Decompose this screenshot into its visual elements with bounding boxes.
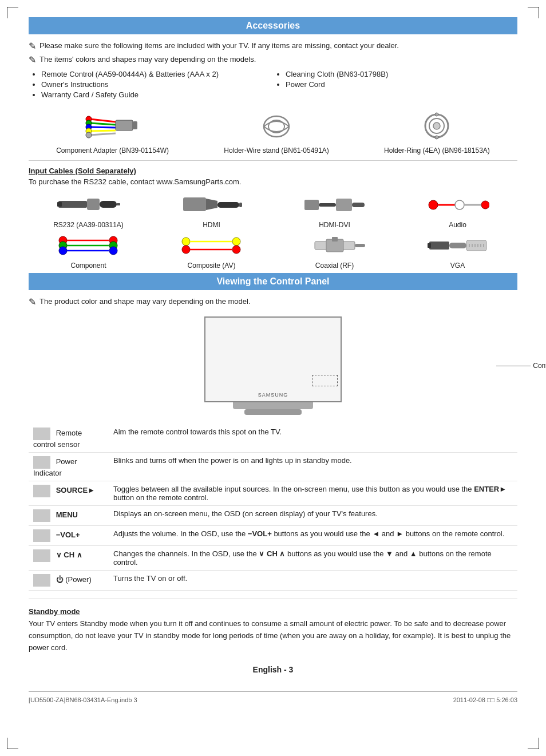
holder-ring-img bbox=[408, 109, 465, 143]
list-item: Owner's Instructions bbox=[41, 80, 273, 89]
list-item: Remote Control (AA59-00444A) & Batteries… bbox=[41, 70, 273, 78]
corner-br bbox=[528, 738, 539, 749]
standby-text: Your TV enters Standby mode when you tur… bbox=[29, 618, 517, 654]
control-panel-callout: Control Panel bbox=[496, 362, 546, 370]
svg-rect-31 bbox=[352, 203, 365, 207]
svg-rect-21 bbox=[87, 199, 100, 210]
standby-title: Standby mode bbox=[29, 607, 517, 616]
cable-vga: VGA bbox=[398, 232, 517, 270]
callout-line bbox=[496, 366, 531, 366]
table-row: Remote control sensor Aim the remote con… bbox=[29, 424, 517, 453]
control-panel-note: ✎ The product color and shape may vary d… bbox=[29, 297, 517, 307]
svg-point-51 bbox=[232, 246, 240, 254]
svg-point-17 bbox=[435, 113, 438, 116]
table-row: −VOL+ Adjusts the volume. In the OSD, us… bbox=[29, 526, 517, 546]
svg-rect-20 bbox=[57, 202, 62, 207]
cp-row-name: Power Indicator bbox=[29, 453, 109, 481]
cp-row-desc: Blinks and turns off when the power is o… bbox=[109, 453, 517, 481]
cable-hdmi-dvi: HDMI-DVI bbox=[275, 192, 394, 229]
note-icon-1: ✎ bbox=[29, 41, 36, 52]
component-img bbox=[29, 232, 148, 258]
table-row: ⏻ (Power) Turns the TV on or off. bbox=[29, 571, 517, 591]
accessories-note1: ✎ Please make sure the following items a… bbox=[29, 41, 517, 52]
svg-rect-11 bbox=[133, 121, 137, 129]
cp-row-name: SOURCE► bbox=[29, 481, 109, 506]
cp-row-desc: Adjusts the volume. In the OSD, use the … bbox=[109, 526, 517, 546]
svg-marker-25 bbox=[206, 199, 217, 210]
hdmi-dvi-label: HDMI-DVI bbox=[319, 221, 350, 229]
list-item: Cleaning Cloth (BN63-01798B) bbox=[286, 70, 517, 78]
component-adapter-label: Component Adapter (BN39-01154W) bbox=[56, 147, 169, 155]
composite-label: Composite (AV) bbox=[188, 262, 236, 270]
hdmi-dvi-img bbox=[275, 192, 394, 217]
svg-rect-22 bbox=[100, 201, 117, 208]
table-row: SOURCE► Toggles between all the availabl… bbox=[29, 481, 517, 506]
svg-rect-23 bbox=[117, 203, 120, 205]
svg-point-46 bbox=[182, 238, 190, 246]
cp-row-desc: Displays an on-screen menu, the OSD (on … bbox=[109, 506, 517, 526]
input-cables-subtitle: To purchase the RS232 cable, contact www… bbox=[29, 177, 517, 186]
control-panel-table: Remote control sensor Aim the remote con… bbox=[29, 424, 517, 591]
cable-component: Component bbox=[29, 232, 148, 270]
rs232-img bbox=[29, 192, 148, 217]
samsung-brand-label: SAMSUNG bbox=[258, 392, 288, 398]
cp-row-name: ∨ CH ∧ bbox=[29, 546, 109, 571]
table-row: Power Indicator Blinks and turns off whe… bbox=[29, 453, 517, 481]
svg-rect-29 bbox=[319, 203, 336, 207]
svg-rect-57 bbox=[428, 243, 431, 248]
accessories-list-col1: Remote Control (AA59-00444A) & Batteries… bbox=[29, 70, 273, 101]
svg-point-47 bbox=[182, 246, 190, 254]
holder-wire-img bbox=[248, 109, 305, 143]
vol-icon bbox=[33, 529, 50, 542]
vga-label: VGA bbox=[450, 262, 465, 270]
cp-row-desc: Aim the remote control towards this spot… bbox=[109, 424, 517, 453]
footer-date-info: 2011-02-08 □□ 5:26:03 bbox=[453, 696, 517, 703]
tv-diagram: SAMSUNG bbox=[199, 316, 347, 415]
svg-line-4 bbox=[90, 133, 116, 135]
accessories-list: Remote Control (AA59-00444A) & Batteries… bbox=[29, 70, 517, 101]
divider-1 bbox=[29, 160, 517, 161]
table-row: ∨ CH ∧ Changes the channels. In the OSD,… bbox=[29, 546, 517, 571]
tv-base bbox=[233, 402, 313, 409]
rs232-label: RS232 (AA39-00311A) bbox=[53, 221, 124, 229]
accessories-note2: ✎ The items' colors and shapes may vary … bbox=[29, 55, 517, 65]
note-icon-2: ✎ bbox=[29, 54, 36, 65]
svg-point-9 bbox=[86, 132, 92, 138]
coaxial-img bbox=[275, 232, 394, 258]
cable-composite: Composite (AV) bbox=[152, 232, 271, 270]
corner-tr bbox=[528, 7, 539, 18]
cp-row-name: MENU bbox=[29, 506, 109, 526]
sensor-icon bbox=[33, 428, 50, 440]
audio-label: Audio bbox=[449, 221, 466, 229]
control-panel-header: Viewing the Control Panel bbox=[29, 273, 517, 290]
svg-rect-19 bbox=[58, 201, 87, 208]
svg-rect-58 bbox=[449, 243, 466, 248]
cable-hdmi: HDMI bbox=[152, 192, 271, 229]
svg-point-50 bbox=[232, 238, 240, 246]
svg-rect-28 bbox=[304, 200, 319, 210]
svg-rect-26 bbox=[217, 202, 239, 208]
tv-stand bbox=[244, 409, 302, 415]
corner-tl bbox=[7, 7, 18, 18]
power-indicator-icon bbox=[33, 456, 50, 469]
accessories-list-col2: Cleaning Cloth (BN63-01798B) Power Cord bbox=[273, 70, 517, 101]
audio-img bbox=[398, 192, 517, 217]
accessories-header: Accessories bbox=[29, 17, 517, 34]
hdmi-label: HDMI bbox=[203, 221, 220, 229]
svg-point-36 bbox=[481, 201, 489, 209]
component-adapter-img bbox=[84, 109, 141, 143]
cp-row-name: Remote control sensor bbox=[29, 424, 109, 453]
svg-line-2 bbox=[90, 127, 116, 128]
footer-file-info: [UD5500-ZA]BN68-03431A-Eng.indb 3 bbox=[29, 696, 137, 703]
menu-icon bbox=[33, 509, 50, 522]
composite-img bbox=[152, 232, 271, 258]
component-label: Component bbox=[70, 262, 106, 270]
accessory-holder-wire: Holder-Wire stand (BN61-05491A) bbox=[224, 109, 329, 155]
svg-rect-30 bbox=[336, 199, 352, 211]
svg-rect-55 bbox=[355, 244, 365, 247]
cp-row-desc: Turns the TV on or off. bbox=[109, 571, 517, 591]
holder-wire-label: Holder-Wire stand (BN61-05491A) bbox=[224, 147, 329, 155]
vga-img bbox=[398, 232, 517, 258]
input-cables-title: Input Cables (Sold Separately) bbox=[29, 167, 517, 175]
page-number: English - 3 bbox=[29, 665, 517, 674]
